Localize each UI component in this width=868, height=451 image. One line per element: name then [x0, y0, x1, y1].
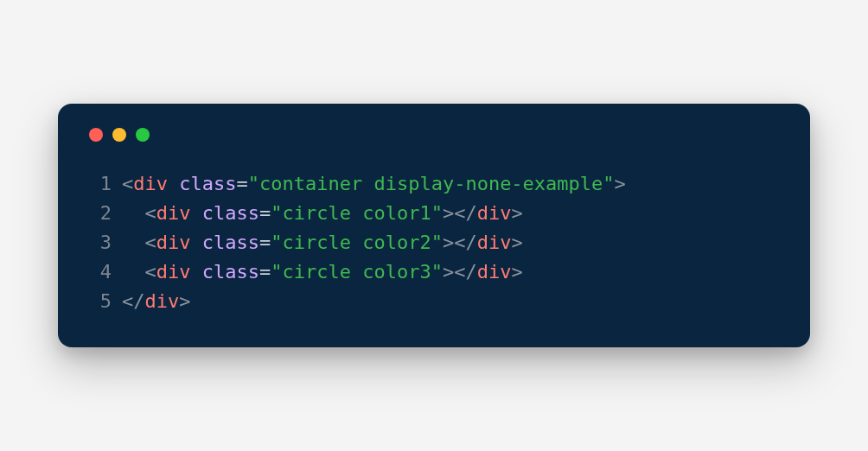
minimize-icon[interactable] [112, 128, 126, 142]
line-content: <div class="container display-none-examp… [122, 169, 626, 199]
line-content: <div class="circle color3"></div> [122, 257, 523, 287]
code-line: 5</div> [86, 287, 782, 316]
line-content: </div> [122, 287, 191, 316]
traffic-lights [89, 128, 782, 142]
close-icon[interactable] [89, 128, 103, 142]
maximize-icon[interactable] [136, 128, 150, 142]
code-line: 3 <div class="circle color2"></div> [86, 228, 782, 257]
line-number: 1 [86, 169, 112, 199]
code-line: 1<div class="container display-none-exam… [86, 169, 782, 199]
line-content: <div class="circle color2"></div> [122, 228, 523, 257]
code-line: 2 <div class="circle color1"></div> [86, 199, 782, 228]
line-number: 4 [86, 257, 112, 287]
line-number: 3 [86, 228, 112, 257]
line-number: 2 [86, 199, 112, 228]
line-number: 5 [86, 287, 112, 316]
code-line: 4 <div class="circle color3"></div> [86, 257, 782, 287]
line-content: <div class="circle color1"></div> [122, 199, 523, 228]
code-window: 1<div class="container display-none-exam… [58, 104, 810, 347]
code-block: 1<div class="container display-none-exam… [86, 169, 782, 316]
